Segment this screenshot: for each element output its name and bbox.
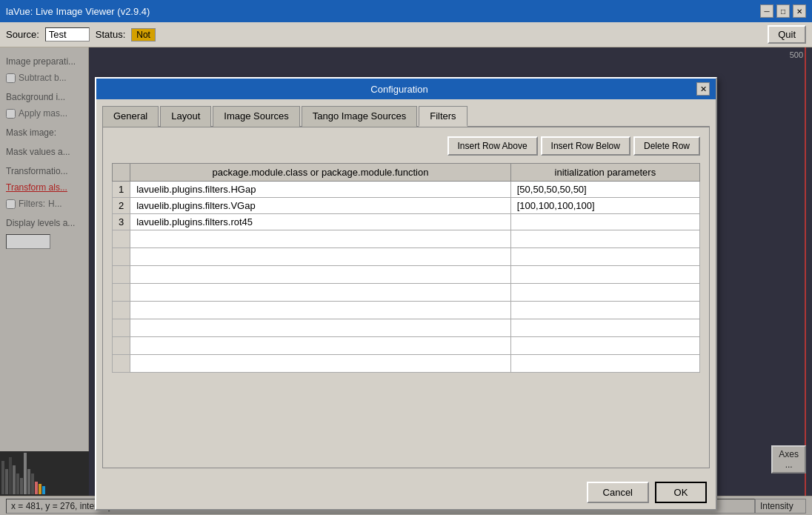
- col-num-header: [113, 164, 130, 182]
- app-close-button[interactable]: ✕: [793, 4, 806, 18]
- source-value: Test: [45, 27, 90, 41]
- minimize-button[interactable]: ─: [760, 4, 773, 18]
- dialog-footer: Cancel OK: [96, 474, 716, 509]
- params-cell[interactable]: [50,50,50,50,50]: [510, 182, 699, 198]
- app-title: laVue: Live Image Viewer (v2.9.4): [6, 6, 150, 17]
- col-params-header: initialization parameters: [510, 164, 699, 182]
- table-row: 3 lavuelib.plugins.filters.rot45: [113, 214, 700, 230]
- tab-filters[interactable]: Filters: [419, 106, 467, 127]
- app-top-bar: Source: Test Status: Not Quit: [0, 22, 812, 47]
- dialog-close-button[interactable]: ✕: [696, 82, 710, 96]
- insert-row-above-button[interactable]: Insert Row Above: [447, 136, 538, 156]
- tab-bar: General Layout Image Sources Tango Image…: [102, 105, 710, 127]
- app-body: Image preparati... Subtract b... Backgro…: [0, 47, 812, 515]
- params-cell[interactable]: [100,100,100,100]: [510, 198, 699, 214]
- module-cell[interactable]: lavuelib.plugins.filters.rot45: [130, 214, 511, 230]
- tab-layout[interactable]: Layout: [160, 106, 211, 127]
- app-content: Source: Test Status: Not Quit Image prep…: [0, 22, 812, 515]
- empty-row: [113, 337, 700, 355]
- module-cell[interactable]: lavuelib.plugins.filters.HGap: [130, 182, 511, 198]
- filters-tab-content: Insert Row Above Insert Row Below Delete…: [102, 127, 710, 468]
- tab-tango-image-sources[interactable]: Tango Image Sources: [302, 106, 417, 127]
- dialog-overlay: Configuration ✕ General Layout Image Sou…: [0, 47, 812, 515]
- filters-table: package.module.class or package.module.f…: [112, 163, 700, 373]
- dialog-title-bar: Configuration ✕: [96, 79, 716, 99]
- empty-row: [113, 284, 700, 302]
- dialog-title: Configuration: [102, 84, 696, 95]
- tab-general[interactable]: General: [102, 106, 159, 127]
- delete-row-button[interactable]: Delete Row: [633, 136, 700, 156]
- status-value: Not: [131, 28, 156, 41]
- col-module-header: package.module.class or package.module.f…: [130, 164, 511, 182]
- row-num: 2: [113, 198, 130, 214]
- table-row: 1 lavuelib.plugins.filters.HGap [50,50,5…: [113, 182, 700, 198]
- empty-row: [113, 248, 700, 266]
- empty-row: [113, 319, 700, 337]
- table-toolbar: Insert Row Above Insert Row Below Delete…: [112, 136, 700, 156]
- table-row: 2 lavuelib.plugins.filters.VGap [100,100…: [113, 198, 700, 214]
- source-label: Source:: [6, 29, 39, 40]
- cancel-button[interactable]: Cancel: [587, 482, 649, 503]
- insert-row-below-button[interactable]: Insert Row Below: [541, 136, 630, 156]
- ok-button[interactable]: OK: [655, 482, 707, 503]
- quit-button[interactable]: Quit: [768, 25, 806, 44]
- title-bar-controls: ─ □ ✕: [760, 4, 806, 18]
- module-cell[interactable]: lavuelib.plugins.filters.VGap: [130, 198, 511, 214]
- tab-image-sources[interactable]: Image Sources: [213, 106, 299, 127]
- empty-row: [113, 266, 700, 284]
- maximize-button[interactable]: □: [776, 4, 790, 18]
- empty-row: [113, 230, 700, 248]
- title-bar: laVue: Live Image Viewer (v2.9.4) ─ □ ✕: [0, 0, 812, 22]
- app-window: laVue: Live Image Viewer (v2.9.4) ─ □ ✕ …: [0, 0, 812, 515]
- status-label: Status:: [96, 29, 125, 40]
- row-num: 1: [113, 182, 130, 198]
- empty-row: [113, 302, 700, 319]
- row-num: 3: [113, 214, 130, 230]
- dialog-body: General Layout Image Sources Tango Image…: [96, 99, 716, 474]
- params-cell[interactable]: [510, 214, 699, 230]
- configuration-dialog: Configuration ✕ General Layout Image Sou…: [95, 77, 717, 511]
- empty-row: [113, 355, 700, 373]
